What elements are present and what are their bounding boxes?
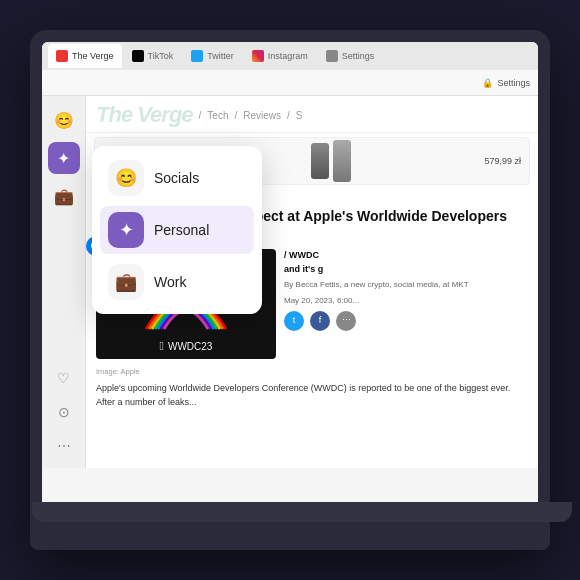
nav-more[interactable]: S <box>296 110 303 121</box>
sidebar-work-button[interactable]: 💼 <box>48 180 80 212</box>
address-bar[interactable]: 🔒 Settings <box>42 70 538 96</box>
apple-logo-icon:  <box>160 339 164 353</box>
laptop-frame: The Verge TikTok Twitter Instagram Setti… <box>30 30 550 550</box>
socials-label: Socials <box>154 170 199 186</box>
ad-price: 579,99 zł <box>484 156 521 166</box>
verge-favicon <box>56 50 68 62</box>
article-body: Apple's upcoming Worldwide Developers Co… <box>86 378 538 413</box>
tab-verge-label: The Verge <box>72 51 114 61</box>
sidebar: 😊 ✦ 💼 ♡ ⊙ ⋯ <box>42 96 86 468</box>
sidebar-personal-button[interactable]: ✦ <box>48 142 80 174</box>
tiktok-favicon <box>132 50 144 62</box>
instagram-favicon <box>252 50 264 62</box>
nav-tech[interactable]: Tech <box>207 110 228 121</box>
personal-icon: ✦ <box>108 212 144 248</box>
nav-separator2: / <box>234 110 237 121</box>
heart-icon[interactable]: ♡ <box>50 364 78 392</box>
laptop-base <box>32 502 572 522</box>
sidebar-bottom-icons: ♡ ⊙ ⋯ <box>50 364 78 460</box>
nav-reviews[interactable]: Reviews <box>243 110 281 121</box>
tab-tiktok[interactable]: TikTok <box>124 44 182 68</box>
wwdc-text: WWDC23 <box>168 341 212 352</box>
twitter-share-icon[interactable]: t <box>284 311 304 331</box>
nav-separator: / <box>199 110 202 121</box>
tab-settings-label: Settings <box>342 51 375 61</box>
tab-tiktok-label: TikTok <box>148 51 174 61</box>
lock-icon: 🔒 <box>482 78 493 88</box>
more-icon[interactable]: ⋯ <box>50 432 78 460</box>
personal-label: Personal <box>154 222 209 238</box>
wwdc-label:  WWDC23 <box>160 339 213 353</box>
site-nav: / Tech / Reviews / S <box>199 110 303 121</box>
verge-logo: The Verge <box>96 102 193 128</box>
settings-link[interactable]: Settings <box>497 78 530 88</box>
work-label: Work <box>154 274 186 290</box>
article-side: / WWDCand it's g By Becca Fettis, a new … <box>284 249 469 359</box>
browser-screen: The Verge TikTok Twitter Instagram Setti… <box>42 42 538 502</box>
browser-content: 😊 ✦ 💼 ♡ ⊙ ⋯ 😊 Socials <box>42 96 538 468</box>
site-header: The Verge / Tech / Reviews / S <box>86 96 538 133</box>
link-share-icon[interactable]: ⋯ <box>336 311 356 331</box>
social-icons: t f ⋯ <box>284 311 469 331</box>
tab-twitter-label: Twitter <box>207 51 234 61</box>
side-title-short: / WWDCand it's g <box>284 249 469 276</box>
popup-work-item[interactable]: 💼 Work <box>100 258 254 306</box>
socials-icon: 😊 <box>108 160 144 196</box>
nav-separator3: / <box>287 110 290 121</box>
twitter-favicon <box>191 50 203 62</box>
popup-personal-item[interactable]: ✦ Personal <box>100 206 254 254</box>
tab-verge[interactable]: The Verge <box>48 44 122 68</box>
history-icon[interactable]: ⊙ <box>50 398 78 426</box>
tab-bar: The Verge TikTok Twitter Instagram Setti… <box>42 42 538 70</box>
ad-figure-1 <box>311 143 329 179</box>
ad-figure-2 <box>333 140 351 182</box>
work-icon: 💼 <box>108 264 144 300</box>
tab-instagram[interactable]: Instagram <box>244 44 316 68</box>
tab-twitter[interactable]: Twitter <box>183 44 242 68</box>
popup-menu: 😊 Socials ✦ Personal 💼 Work <box>92 146 262 314</box>
settings-favicon <box>326 50 338 62</box>
sidebar-socials-button[interactable]: 😊 <box>48 104 80 136</box>
ad-figures <box>311 140 351 182</box>
article-date: May 20, 2023, 6:00... <box>284 295 469 307</box>
tab-instagram-label: Instagram <box>268 51 308 61</box>
tab-settings[interactable]: Settings <box>318 44 383 68</box>
popup-socials-item[interactable]: 😊 Socials <box>100 154 254 202</box>
image-caption: Image: Apple <box>96 367 528 376</box>
article-byline: By Becca Fettis, a new crypto, social me… <box>284 279 469 291</box>
facebook-share-icon[interactable]: f <box>310 311 330 331</box>
